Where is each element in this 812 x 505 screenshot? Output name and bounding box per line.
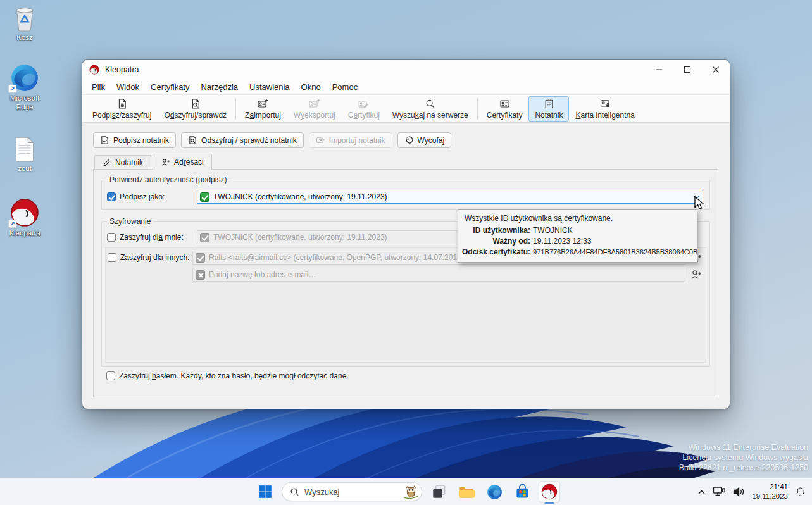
tray-date: 19.11.2023: [752, 492, 788, 501]
sign-group-title: Potwierdź autentyczność (podpisz): [107, 175, 229, 185]
encrypt-for-others-checkbox[interactable]: [108, 253, 116, 262]
kleopatra-taskbar-button[interactable]: [539, 481, 560, 502]
desktop-icon-edge[interactable]: ↗ Microsoft Edge: [0, 63, 49, 112]
tooltip-value: TWOJNICK: [533, 225, 694, 236]
taskbar-search[interactable]: Wyszukaj: [282, 482, 422, 501]
menu-widok[interactable]: Widok: [111, 81, 145, 93]
toolbar-import[interactable]: Zaimportuj: [239, 96, 287, 122]
sign-as-label: Podpisz jako:: [120, 192, 193, 201]
clock[interactable]: 21:41 19.11.2023: [752, 482, 788, 501]
revert-button[interactable]: Wycofaj: [397, 132, 452, 148]
toolbar-certificates[interactable]: Certyfikaty: [480, 96, 529, 122]
notepad-tabs: Notatnik Adresaci: [94, 154, 213, 169]
store-button[interactable]: [511, 480, 534, 503]
desktop-icon-recycle-bin[interactable]: Kosz: [0, 5, 49, 42]
sign-certificate-value: TWOJNICK (certyfikowane, utworzony: 19.1…: [213, 192, 387, 201]
import-icon: [316, 135, 325, 145]
person-add-icon: [161, 158, 170, 167]
search-highlight-image[interactable]: [403, 484, 419, 500]
certified-check-icon: [196, 253, 205, 263]
password-row: Zaszyfruj hasłem. Każdy, kto zna hasło, …: [106, 371, 349, 380]
toolbar-smartcard[interactable]: Karta inteligentna: [569, 96, 640, 122]
notification-bell-icon[interactable]: [795, 486, 806, 497]
close-button[interactable]: [701, 60, 730, 79]
decrypt-verify-notepad-button[interactable]: Odszyfruj / sprawdź notatnik: [181, 132, 304, 148]
titlebar[interactable]: Kleopatra: [82, 60, 730, 79]
tooltip-label: ID użytkownika:: [462, 225, 530, 236]
toolbar: Podpisz/zaszyfruj Odszyfruj/sprawdź Zaim…: [82, 94, 730, 123]
file-explorer-button[interactable]: [455, 480, 478, 503]
sign-encrypt-icon: [115, 98, 128, 109]
add-recipient-button[interactable]: [689, 268, 703, 282]
search-icon: [423, 98, 437, 109]
edge-button[interactable]: [483, 480, 506, 503]
import-notepad-button: Importuj notatnik: [309, 132, 392, 148]
encrypt-with-password-checkbox[interactable]: [106, 371, 115, 380]
toolbar-decrypt-verify[interactable]: Odszyfruj/sprawdź: [158, 96, 233, 122]
sign-icon: [100, 135, 109, 145]
maximize-button[interactable]: [673, 60, 701, 79]
menubar: Plik Widok Certyfikaty Narzędzia Ustawie…: [82, 79, 730, 94]
tooltip-fingerprint: 971B776B26A44F84DF8A5801B3624B5B38064C0B: [533, 247, 697, 258]
encrypt-for-me-checkbox[interactable]: [107, 233, 116, 242]
sign-group: Potwierdź autentyczność (podpisz) Podpis…: [101, 180, 710, 210]
menu-plik[interactable]: Plik: [86, 81, 111, 93]
tooltip-value: 19.11.2023 12:33: [533, 236, 694, 247]
certify-icon: [357, 98, 370, 109]
recycle-bin-icon: [13, 5, 37, 32]
tooltip-summary: Wszystkie ID użytkownika są certyfikowan…: [462, 213, 694, 225]
pencil-icon: [103, 158, 111, 167]
import-icon: [256, 98, 270, 109]
sign-certificate-combobox[interactable]: TWOJNICK (certyfikowane, utworzony: 19.1…: [197, 190, 703, 204]
certified-check-icon: [200, 233, 209, 242]
volume-icon[interactable]: [732, 486, 745, 497]
encrypt-for-me-label: Zaszyfruj dla mnie:: [120, 233, 193, 242]
encrypt-for-others-label: Zaszyfruj dla innych:: [120, 253, 189, 262]
encrypt-with-password-label: Zaszyfruj hasłem. Każdy, kto zna hasło, …: [119, 371, 349, 380]
toolbar-sign-encrypt[interactable]: Podpisz/zaszyfruj: [86, 96, 158, 122]
tooltip-label: Odcisk certyfikatu:: [462, 247, 530, 258]
recipient-input[interactable]: Podaj nazwę lub adres e-mail…: [192, 268, 685, 282]
menu-pomoc[interactable]: Pomoc: [327, 81, 363, 93]
desktop-icon-kleopatra[interactable]: ↗ Kleopatra: [0, 198, 49, 238]
toolbar-search-server[interactable]: Wyszukaj na serwerze: [386, 96, 475, 122]
search-icon: [290, 487, 299, 497]
tray-time: 21:41: [752, 482, 788, 492]
minimize-button[interactable]: [644, 60, 673, 79]
sign-notepad-button[interactable]: Podpisz notatnik: [93, 132, 176, 148]
sign-as-checkbox[interactable]: [107, 192, 116, 201]
start-button[interactable]: [254, 480, 277, 503]
certified-check-icon: [200, 192, 209, 202]
recipient-value: Ralts <ralts@airmail.cc> (certyfikowane,…: [209, 253, 464, 262]
tab-adresaci[interactable]: Adresaci: [153, 154, 212, 170]
desktop-icon-zout[interactable]: zout: [0, 136, 49, 173]
desktop-icon-label: Kosz: [16, 34, 33, 42]
windows-watermark: Windows 11 Enterprise Evaluation Licencj…: [679, 442, 808, 473]
menu-ustawienia[interactable]: Ustawienia: [244, 81, 296, 93]
toolbar-notepad[interactable]: Notatnik: [528, 96, 569, 122]
taskbar: Wyszukaj: [0, 478, 812, 505]
desktop-icon-label: zout: [18, 165, 32, 173]
network-icon[interactable]: [713, 486, 725, 497]
tray-chevron-up-icon[interactable]: [697, 489, 706, 495]
decrypt-verify-icon: [189, 98, 202, 109]
notepad-actions: Podpisz notatnik Odszyfruj / sprawdź not…: [93, 132, 451, 148]
desktop-icon-label: Kleopatra: [9, 229, 40, 238]
menu-certyfikaty[interactable]: Certyfikaty: [145, 81, 195, 93]
encrypt-for-me-value: TWOJNICK (certyfikowane, utworzony: 19.1…: [213, 233, 387, 242]
chevron-down-icon[interactable]: [693, 195, 700, 199]
unknown-recipient-icon: [196, 270, 205, 280]
notepad-icon: [542, 98, 556, 109]
toolbar-separator: [235, 98, 236, 120]
decrypt-verify-icon: [188, 135, 197, 145]
certificate-tooltip: Wszystkie ID użytkownika są certyfikowan…: [458, 209, 697, 263]
menu-narzedzia[interactable]: Narzędzia: [195, 81, 244, 93]
menu-okno[interactable]: Okno: [296, 81, 327, 93]
tab-notatnik[interactable]: Notatnik: [94, 155, 151, 169]
task-view-button[interactable]: [427, 480, 450, 503]
recipients-panel: Potwierdź autentyczność (podpisz) Podpis…: [93, 169, 718, 397]
certificates-icon: [498, 98, 511, 109]
recipients-list-panel: Zaszyfruj dla innych: Ralts <ralts@airma…: [105, 247, 706, 363]
undo-icon: [404, 135, 414, 145]
shortcut-arrow-icon: ↗: [8, 220, 16, 228]
